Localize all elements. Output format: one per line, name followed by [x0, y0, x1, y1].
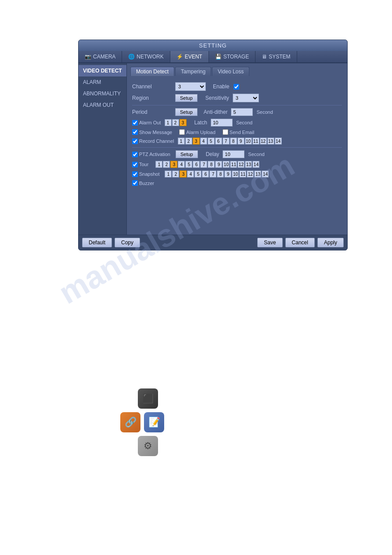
region-setup-button[interactable]: Setup [175, 94, 198, 102]
subtab-video-loss[interactable]: Video Loss [212, 67, 249, 76]
sc-11[interactable]: 11 [239, 170, 246, 178]
save-button[interactable]: Save [257, 238, 282, 247]
tc-10[interactable]: 10 [223, 161, 230, 168]
rc-13[interactable]: 13 [267, 138, 274, 145]
tab-storage[interactable]: 💾 STORAGE [209, 51, 255, 62]
rc-4[interactable]: 4 [200, 138, 207, 145]
tc-8[interactable]: 8 [208, 161, 215, 168]
tc-11[interactable]: 11 [230, 161, 237, 168]
tab-system[interactable]: 🖥 SYSTEM [255, 51, 297, 62]
ptz-activation-checkbox[interactable] [132, 152, 138, 157]
tc-9[interactable]: 9 [215, 161, 222, 168]
rc-7[interactable]: 7 [223, 138, 230, 145]
rc-10[interactable]: 10 [245, 138, 252, 145]
subtab-motion-detect[interactable]: Motion Detect [130, 67, 174, 76]
tab-camera[interactable]: 📷 CAMERA [79, 51, 122, 62]
icons-area: ⬛ 🔗 📝 ⚙ [119, 387, 166, 458]
rc-8[interactable]: 8 [230, 138, 237, 145]
bottom-bar: Default Copy Save Cancel Apply [79, 235, 347, 250]
tour-checkbox[interactable] [132, 162, 138, 167]
sub-tabs: Motion Detect Tampering Video Loss [130, 67, 344, 76]
alarm-ch-1[interactable]: 1 [165, 119, 172, 126]
rc-1[interactable]: 1 [178, 138, 185, 145]
delay-unit: Second [248, 152, 264, 157]
gear-icon: ⚙ [144, 440, 152, 452]
sc-3[interactable]: 3 [180, 170, 187, 178]
cancel-button[interactable]: Cancel [285, 238, 315, 247]
sc-6[interactable]: 6 [202, 170, 209, 178]
rc-6[interactable]: 6 [215, 138, 222, 145]
tab-event[interactable]: ⚡ EVENT [170, 51, 209, 62]
tc-4[interactable]: 4 [178, 161, 185, 168]
tc-5[interactable]: 5 [185, 161, 192, 168]
sidebar-item-abnormality[interactable]: ABNORMALITY [79, 88, 126, 99]
alarm-out-checkbox[interactable] [132, 120, 138, 126]
enable-checkbox[interactable] [234, 84, 239, 90]
sidebar-item-alarm-out[interactable]: ALARM OUT [79, 99, 126, 111]
tc-14[interactable]: 14 [252, 161, 259, 168]
sidebar-item-alarm[interactable]: ALARM [79, 76, 126, 88]
sc-7[interactable]: 7 [209, 170, 216, 178]
period-label: Period [132, 109, 172, 115]
show-message-checkbox[interactable] [132, 129, 138, 135]
alarm-upload-checkbox[interactable] [179, 129, 185, 135]
camera-tab-label: CAMERA [93, 54, 115, 60]
ptz-row: PTZ Activation Setup Delay Second [132, 150, 342, 158]
rc-3[interactable]: 3 [193, 138, 200, 145]
tc-3[interactable]: 3 [170, 161, 177, 168]
subtab-tampering[interactable]: Tampering [175, 67, 211, 76]
period-setup-button[interactable]: Setup [175, 108, 198, 116]
sidebar-item-video-detect[interactable]: VIDEO DETECT [79, 65, 126, 76]
send-email-checkbox[interactable] [223, 129, 228, 135]
snapshot-checkbox[interactable] [132, 171, 138, 177]
tc-1[interactable]: 1 [155, 161, 162, 168]
tc-6[interactable]: 6 [193, 161, 200, 168]
sc-10[interactable]: 10 [232, 170, 239, 178]
tc-12[interactable]: 12 [237, 161, 245, 168]
buzzer-checkbox[interactable] [132, 180, 138, 186]
rc-11[interactable]: 11 [252, 138, 259, 145]
sc-9[interactable]: 9 [224, 170, 231, 178]
sc-8[interactable]: 8 [217, 170, 224, 178]
system-tab-label: SYSTEM [269, 54, 290, 60]
rc-12[interactable]: 12 [260, 138, 267, 145]
latch-input[interactable] [211, 119, 233, 127]
tc-13[interactable]: 13 [245, 161, 252, 168]
sc-5[interactable]: 5 [194, 170, 201, 178]
rc-5[interactable]: 5 [208, 138, 215, 145]
network-tab-label: NETWORK [137, 54, 163, 60]
link-icon-box: 🔗 [120, 412, 140, 432]
latch-unit: Second [236, 120, 252, 125]
event-tab-icon: ⚡ [176, 54, 183, 60]
channel-select[interactable]: 3 [175, 82, 206, 91]
send-email-label: Send Email [223, 129, 254, 135]
tab-network[interactable]: 🌐 NETWORK [122, 51, 170, 62]
sc-13[interactable]: 13 [254, 170, 261, 178]
anti-dither-unit: Second [256, 109, 273, 115]
alarm-ch-3[interactable]: 3 [180, 119, 187, 126]
sensitivity-select[interactable]: 3 [233, 94, 259, 102]
sc-4[interactable]: 4 [187, 170, 194, 178]
sc-2[interactable]: 2 [172, 170, 179, 178]
sc-12[interactable]: 12 [247, 170, 254, 178]
tc-2[interactable]: 2 [163, 161, 170, 168]
apply-button[interactable]: Apply [317, 238, 344, 247]
icons-middle-row: 🔗 📝 [119, 410, 166, 434]
alarm-out-row: Alarm Out 1 2 3 Latch Second [132, 119, 342, 127]
ptz-setup-button[interactable]: Setup [176, 150, 198, 158]
rc-14[interactable]: 14 [275, 138, 282, 145]
record-channel-checkbox[interactable] [132, 138, 138, 144]
copy-button[interactable]: Copy [115, 238, 140, 247]
sc-14[interactable]: 14 [262, 170, 269, 178]
anti-dither-input[interactable] [231, 108, 253, 116]
region-row: Region Setup Sensitivity 3 [132, 94, 342, 102]
delay-input[interactable] [223, 150, 245, 158]
alarm-ch-2[interactable]: 2 [172, 119, 179, 126]
link-icon: 🔗 [125, 417, 137, 428]
rc-2[interactable]: 2 [185, 138, 192, 145]
default-button[interactable]: Default [82, 238, 112, 247]
tc-7[interactable]: 7 [200, 161, 207, 168]
main-panel: Motion Detect Tampering Video Loss Chann… [127, 63, 347, 235]
sc-1[interactable]: 1 [165, 170, 172, 178]
rc-9[interactable]: 9 [237, 138, 245, 145]
